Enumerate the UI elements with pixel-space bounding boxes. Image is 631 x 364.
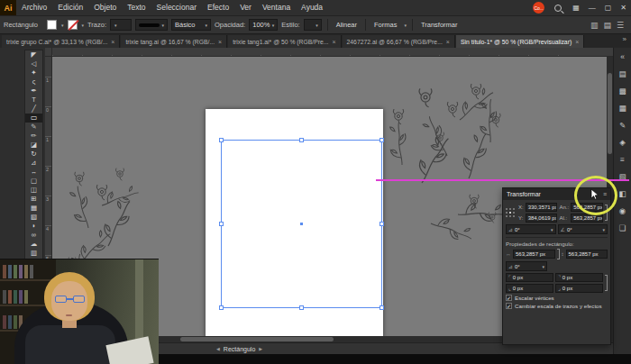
gradient-panel-icon[interactable]: ▧ [614, 168, 631, 185]
tool-pencil[interactable]: ✏ [25, 132, 42, 141]
tool-shape-builder[interactable]: ◫ [25, 186, 42, 195]
menu-item[interactable]: Ver [234, 0, 257, 15]
vertical-scrollbar-thumb[interactable] [608, 73, 612, 154]
status-prev-icon[interactable]: ◀ [216, 346, 220, 351]
rect-angle-dropdown[interactable]: ⊿ 0° ▾ [506, 261, 547, 271]
collapse-panels-icon[interactable]: « [614, 48, 631, 65]
corner-radius-field[interactable]: ⌟ 0 px [555, 284, 603, 293]
tool-perspective-grid[interactable]: ⊞ [25, 195, 42, 204]
selection-handle[interactable] [219, 305, 224, 310]
selection-handle[interactable] [299, 305, 304, 310]
menu-item[interactable]: Seleccionar [151, 0, 202, 15]
menu-item[interactable]: Ayuda [296, 0, 328, 15]
tool-eraser[interactable]: ◪ [25, 141, 42, 150]
document-tab[interactable]: trixie grupo C.ai* @ 33,13 % (RGB/... × [2, 35, 120, 48]
x-field[interactable]: 330,3571 px [526, 203, 558, 212]
tool-scale[interactable]: ⊿ [25, 159, 42, 168]
tool-rotate[interactable]: ↻ [25, 150, 42, 159]
restore-icon[interactable]: ▢ [600, 0, 617, 15]
selection-handle[interactable] [219, 222, 224, 226]
tabs-overflow-icon[interactable]: » [618, 35, 631, 43]
tool-rectangle[interactable]: ▭ [25, 114, 42, 123]
selection-handle[interactable] [219, 138, 224, 142]
scale-strokes-checkbox[interactable]: ✓ [506, 303, 512, 309]
style-dropdown[interactable]: ▾ [304, 19, 322, 31]
tab-close-icon[interactable]: × [218, 39, 222, 45]
tool-column-graph[interactable]: ▥ [25, 249, 42, 258]
tab-close-icon[interactable]: × [575, 39, 579, 45]
chevron-down-icon[interactable]: ▾ [82, 23, 85, 28]
tool-direct-selection[interactable]: ◁ [25, 59, 42, 68]
minimize-icon[interactable]: — [584, 0, 600, 15]
tool-eyedropper[interactable]: ◗ [25, 222, 42, 231]
tab-close-icon[interactable]: × [332, 39, 335, 45]
stroke-panel-icon[interactable]: ≡ [614, 150, 631, 168]
stroke-swatch[interactable] [68, 20, 78, 30]
y-field[interactable]: 384,0619 px [526, 214, 558, 223]
brushes-panel-icon[interactable]: ✎ [614, 116, 631, 133]
tool-selection[interactable]: ◤ [25, 50, 42, 59]
close-icon[interactable]: ✕ [616, 0, 631, 15]
chevron-down-icon[interactable]: ▾ [61, 23, 64, 28]
tool-pen[interactable]: ✒ [25, 86, 42, 96]
libraries-panel-icon[interactable]: ▤ [614, 65, 631, 82]
swatches-panel-icon[interactable]: ▦ [614, 99, 631, 116]
color-panel-icon[interactable]: ▩ [614, 82, 631, 99]
width-profile-dropdown[interactable]: ▾ [135, 19, 168, 31]
document-tab[interactable]: trixie tang1.ai* @ 50 % (RGB/Pre... × [228, 35, 341, 48]
workspace-switcher-icon[interactable]: ▤ [603, 21, 611, 30]
shapes-button[interactable]: Formas [371, 21, 399, 29]
scale-corners-checkbox[interactable]: ✓ [506, 295, 512, 301]
chevron-down-icon[interactable]: ▾ [404, 23, 407, 28]
selection-handle[interactable] [380, 138, 384, 142]
tool-blend[interactable]: ∞ [25, 231, 42, 240]
tool-type[interactable]: T [25, 96, 42, 105]
tool-mesh[interactable]: ▦ [25, 204, 42, 213]
corner-radius-field[interactable]: ⌝ 0 px [555, 273, 603, 282]
recording-badge[interactable]: Co... [533, 2, 544, 14]
document-tab[interactable]: 2467272.ai @ 66,67 % (RGB/Pre... × [343, 35, 455, 48]
rotate-dropdown[interactable]: ⊿ 0° ▾ [506, 224, 556, 234]
stroke-weight-field[interactable]: ▾ [110, 19, 132, 31]
search-icon[interactable] [554, 5, 562, 12]
link-rect-dimensions-icon[interactable] [557, 249, 560, 259]
corner-radius-field[interactable]: ⌞ 0 px [506, 284, 553, 293]
tool-paintbrush[interactable]: ✎ [25, 123, 42, 132]
layers-panel-icon[interactable]: ❏ [614, 219, 631, 236]
tool-width[interactable]: ↔ [25, 168, 42, 177]
brush-definition-dropdown[interactable]: Básico▾ [171, 19, 211, 31]
menu-item[interactable]: Ventana [257, 0, 296, 15]
rect-width-field[interactable]: 563,2857 px [513, 250, 555, 259]
document-tab[interactable]: trixie tang.ai @ 16,67 % (RGB/... × [121, 35, 227, 48]
opacity-field[interactable]: 100%▾ [249, 19, 278, 31]
tool-free-transform[interactable]: ▢ [25, 177, 42, 186]
menu-item[interactable]: Edición [52, 0, 88, 15]
ruler-corner[interactable] [45, 48, 52, 57]
horizontal-ruler[interactable]: 5004003002001000100200300400500600700800… [52, 48, 613, 57]
reference-point-locator[interactable] [506, 208, 516, 218]
tab-close-icon[interactable]: × [111, 39, 114, 45]
selection-handle[interactable] [380, 222, 384, 226]
symbols-panel-icon[interactable]: ◈ [614, 133, 631, 150]
tab-close-icon[interactable]: × [446, 39, 450, 45]
appearance-panel-icon[interactable]: ◉ [614, 202, 631, 219]
corner-radius-field[interactable]: ⌜ 0 px [506, 273, 553, 282]
tool-lasso[interactable]: ς [25, 77, 42, 86]
menu-item[interactable]: Objeto [88, 0, 122, 15]
horizontal-scrollbar-thumb[interactable] [180, 337, 334, 341]
selected-rectangle[interactable] [221, 140, 382, 308]
transform-button[interactable]: Transformar [418, 21, 461, 29]
selection-handle[interactable] [380, 305, 384, 310]
align-button[interactable]: Alinear [334, 21, 360, 29]
link-corners-icon[interactable] [605, 275, 608, 291]
tool-line-segment[interactable]: ╱ [25, 105, 42, 114]
status-next-icon[interactable]: ▶ [259, 346, 262, 351]
tool-gradient[interactable]: ▧ [25, 213, 42, 222]
workspace-icon[interactable]: ▦ [568, 0, 584, 15]
shear-dropdown[interactable]: ∠ 0° ▾ [558, 224, 608, 234]
document-tab[interactable]: Sin título-1* @ 50 % (RGB/Previsualizar)… [456, 35, 584, 48]
menu-item[interactable]: Archivo [16, 0, 52, 15]
menu-item[interactable]: Texto [122, 0, 151, 15]
rect-height-field[interactable]: 563,2857 px [566, 250, 608, 259]
selection-handle[interactable] [299, 138, 304, 142]
